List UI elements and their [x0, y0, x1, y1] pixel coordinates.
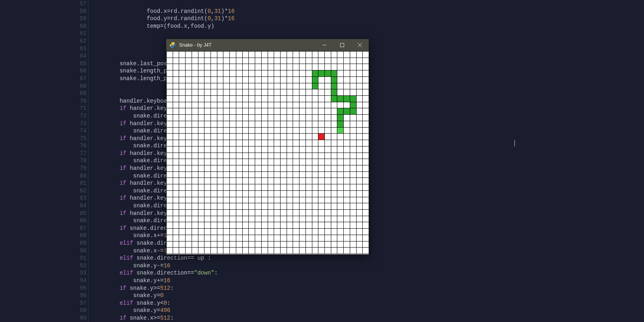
grid-line	[343, 51, 344, 254]
line-number: 97	[62, 299, 87, 307]
snake-segment	[344, 108, 350, 114]
snake-segment	[331, 89, 337, 95]
grid-line	[166, 184, 369, 184]
grid-line	[293, 51, 293, 254]
snake-segment	[312, 70, 318, 76]
line-number: 74	[62, 127, 87, 135]
line-number: 58	[62, 8, 87, 15]
line-number: 94	[62, 277, 87, 285]
grid-line	[280, 51, 281, 254]
snake-segment	[312, 83, 318, 89]
grid-line	[166, 159, 369, 159]
line-number: 66	[62, 67, 87, 75]
gutter-border	[88, 0, 89, 322]
line-number: 98	[62, 307, 87, 314]
grid-line	[166, 165, 369, 165]
line-number: 73	[62, 120, 87, 128]
code-line[interactable]: if snake.y>=512:	[93, 285, 235, 292]
line-number: 72	[62, 112, 87, 120]
grid-line	[166, 153, 369, 153]
code-line[interactable]: snake.y-=16	[93, 262, 235, 270]
grid-line	[166, 241, 369, 242]
grid-line	[337, 51, 337, 254]
code-line[interactable]: snake.y=0	[93, 292, 235, 299]
svg-rect-1	[341, 43, 344, 47]
line-number: 80	[62, 172, 87, 180]
line-number: 59	[62, 15, 87, 23]
snake-segment	[331, 83, 337, 89]
grid-line	[318, 51, 318, 254]
line-number: 91	[62, 254, 87, 262]
grid-line	[166, 228, 369, 229]
code-line[interactable]	[93, 30, 235, 37]
code-line[interactable]: snake.y+=16	[93, 277, 235, 285]
line-number: 78	[62, 157, 87, 165]
code-line[interactable]: food.y=rd.randint(0,31)*16	[93, 15, 235, 23]
game-window[interactable]: Snake - by J4T	[166, 39, 369, 254]
snake-head	[337, 128, 343, 134]
grid-line	[166, 171, 369, 172]
snake-segment	[331, 77, 337, 83]
code-line[interactable]: if snake.x>=512:	[93, 314, 235, 322]
grid-line	[299, 51, 299, 254]
grid-line	[350, 51, 350, 254]
line-number: 92	[62, 262, 87, 270]
line-number: 96	[62, 292, 87, 299]
window-titlebar[interactable]: Snake - by J4T	[166, 39, 369, 51]
snake-segment	[318, 70, 324, 76]
line-number: 81	[62, 180, 87, 187]
code-line[interactable]: elif snake.direction== up :	[93, 254, 235, 262]
line-number: 90	[62, 247, 87, 255]
grid-line	[166, 197, 369, 197]
grid-line	[166, 216, 369, 216]
code-line[interactable]: elif snake.y<0:	[93, 299, 235, 307]
grid-line	[369, 51, 369, 254]
snake-segment	[337, 108, 343, 114]
snake-segment	[312, 77, 318, 83]
line-number: 99	[62, 314, 87, 322]
grid-line	[166, 254, 369, 254]
line-number: 69	[62, 90, 87, 97]
grid-line	[324, 51, 325, 254]
minimize-button[interactable]	[316, 39, 333, 51]
window-title: Snake - by J4T	[179, 42, 316, 48]
grid-line	[356, 51, 357, 254]
line-number: 75	[62, 135, 87, 142]
line-number: 68	[62, 83, 87, 90]
code-line[interactable]: food.x=rd.randint(0,31)*16	[93, 8, 235, 15]
text-cursor	[514, 140, 515, 147]
snake-segment	[350, 108, 356, 114]
line-number: 93	[62, 269, 87, 277]
window-buttons	[316, 39, 369, 51]
snake-segment	[331, 96, 337, 102]
code-line[interactable]: snake.y=496	[93, 307, 235, 314]
code-line[interactable]: temp=(food.x,food.y)	[93, 23, 235, 30]
line-number: 60	[62, 23, 87, 30]
python-icon	[169, 42, 176, 48]
line-number-gutter: 5758596061626364656667686970717273747576…	[62, 0, 87, 322]
grid-line	[166, 247, 369, 248]
snake-segment	[344, 96, 350, 102]
game-canvas[interactable]	[166, 51, 369, 254]
line-number: 88	[62, 232, 87, 239]
snake-segment	[325, 70, 331, 76]
food	[318, 134, 324, 140]
snake-segment	[337, 121, 343, 127]
grid-line	[166, 178, 369, 178]
code-line[interactable]	[93, 0, 235, 8]
snake-segment	[337, 96, 343, 102]
line-number: 85	[62, 210, 87, 217]
maximize-button[interactable]	[333, 39, 351, 51]
code-line[interactable]: elif snake.direction=="down":	[93, 269, 235, 277]
snake-segment	[337, 115, 343, 121]
line-number: 87	[62, 225, 87, 232]
line-number: 83	[62, 194, 87, 202]
line-number: 77	[62, 150, 87, 157]
line-number: 79	[62, 165, 87, 172]
line-number: 89	[62, 239, 87, 247]
grid-line	[305, 51, 306, 254]
close-button[interactable]	[351, 39, 369, 51]
grid-line	[274, 51, 274, 254]
line-number: 67	[62, 75, 87, 83]
grid-line	[287, 51, 287, 254]
